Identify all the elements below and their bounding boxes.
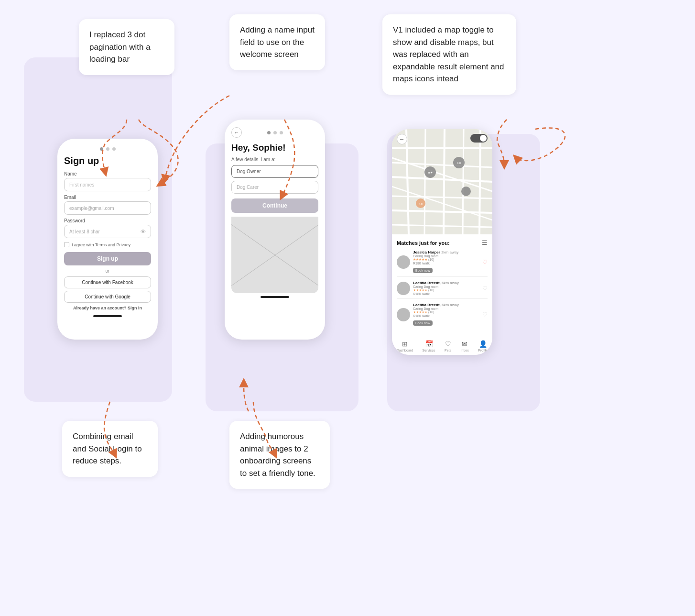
avatar-1: [397, 255, 410, 269]
match-info-2: Laetitia Breedt, 6km away Caring Dog roo…: [413, 281, 479, 296]
profile-icon: 👤: [479, 340, 487, 348]
map-toggle[interactable]: [470, 134, 488, 143]
dog-owner-option[interactable]: Dog Owner: [231, 165, 318, 178]
callout-1-text: I replaced 3 dot pagination with a loadi…: [89, 30, 151, 64]
matches-title: Matches just for you:: [397, 240, 450, 246]
dashboard-icon: ⊞: [402, 340, 408, 348]
nav-pets[interactable]: ♡ Pets: [445, 340, 451, 352]
dot2-2: [273, 131, 277, 134]
continue-button[interactable]: Continue: [231, 198, 318, 213]
home-bar: [93, 315, 122, 317]
match-stars-3: ★★★★★ (10): [413, 310, 479, 314]
dot-1: [100, 147, 103, 151]
pagination-dots: [64, 147, 151, 151]
dot2-1: [267, 131, 271, 134]
svg-line-8: [424, 129, 425, 234]
book-btn-1[interactable]: Book now: [413, 268, 433, 273]
password-input[interactable]: At least 8 char 👁: [64, 225, 151, 238]
svg-line-11: [479, 129, 480, 234]
callout-3: V1 included a map toggle to show and dis…: [382, 14, 516, 95]
svg-text:★★: ★★: [428, 171, 433, 174]
phone1-wrapper: Sign up Name First names Email example@g…: [57, 139, 158, 340]
signin-row: Already have an account? Sign in: [64, 306, 151, 310]
svg-text:4.8: 4.8: [457, 162, 461, 165]
heart-icon-2[interactable]: ♡: [482, 285, 488, 292]
phone2-top-bar: ←: [231, 127, 318, 138]
name-input[interactable]: First names: [64, 178, 151, 191]
phone2-dots: [267, 131, 283, 134]
match-sub-1: Caring Dog room: [413, 254, 479, 258]
callout-5-text: Adding humorous animal images to 2 onboa…: [240, 432, 315, 478]
signin-link[interactable]: Sign in: [128, 306, 142, 310]
terms-checkbox-row: I agree with Terms and Privacy: [64, 242, 151, 247]
terms-text: I agree with Terms and Privacy: [72, 242, 130, 247]
nav-label-pets: Pets: [445, 349, 451, 352]
avatar-3: [397, 308, 410, 321]
pets-icon: ♡: [445, 340, 451, 348]
match-stars-2: ★★★★★ (10): [413, 288, 479, 292]
greeting-title: Hey, Sophie!: [231, 143, 318, 153]
callout-3-text: V1 included a map toggle to show and dis…: [393, 25, 504, 83]
match-price-1: R180 /walk: [413, 262, 479, 265]
email-input[interactable]: example@gmail.com: [64, 201, 151, 215]
dog-carer-option[interactable]: Dog Carer: [231, 181, 318, 194]
heart-icon-3[interactable]: ♡: [482, 311, 488, 318]
match-name-1: Jessica Harper 2km away: [413, 250, 479, 254]
facebook-button[interactable]: Continue with Facebook: [64, 276, 151, 288]
match-sub-2: Caring Dog room: [413, 285, 479, 288]
phone1: Sign up Name First names Email example@g…: [57, 139, 158, 340]
eye-icon: 👁: [141, 229, 146, 234]
signin-text: Already have an account?: [73, 306, 127, 310]
inbox-icon: ✉: [462, 340, 467, 348]
match-price-3: R180 /walk: [413, 314, 479, 318]
google-button[interactable]: Continue with Google: [64, 291, 151, 303]
phone3-wrapper: ★★ 4.8 4.8 ← Matches just for you: ☰ Jes: [392, 129, 492, 355]
phone2: ← Hey, Sophie! A few details. I am a: Do…: [225, 120, 325, 340]
heart-icon-1[interactable]: ♡: [482, 259, 488, 265]
svg-line-9: [444, 129, 445, 234]
email-placeholder: example@gmail.com: [69, 206, 114, 211]
avatar-2: [397, 282, 410, 295]
password-placeholder: At least 8 char: [69, 229, 100, 234]
callout-1: I replaced 3 dot pagination with a loadi…: [79, 19, 174, 75]
back-button[interactable]: ←: [231, 127, 242, 138]
phone2-home-bar: [261, 296, 289, 298]
map-svg: ★★ 4.8 4.8: [392, 129, 492, 234]
name-placeholder: First names: [69, 182, 94, 187]
nav-inbox[interactable]: ✉ Inbox: [461, 340, 469, 352]
services-icon: 📅: [425, 340, 433, 348]
terms-checkbox[interactable]: [64, 242, 69, 247]
nav-services[interactable]: 📅 Services: [423, 340, 435, 352]
matches-header: Matches just for you: ☰: [397, 239, 488, 246]
dot2-3: [280, 131, 283, 134]
match-name-2: Laetitia Breedt, 6km away: [413, 281, 479, 285]
nav-dashboard[interactable]: ⊞ Dashboard: [397, 340, 413, 352]
svg-point-17: [461, 187, 471, 196]
callout-5: Adding humorous animal images to 2 onboa…: [229, 421, 330, 489]
callout-2-text: Adding a name input field to use on the …: [240, 25, 315, 59]
match-item-1: Jessica Harper 2km away Caring Dog room …: [397, 250, 488, 277]
nav-label-dashboard: Dashboard: [397, 349, 413, 352]
callout-4-text: Combining email and Social Login to redu…: [73, 432, 142, 465]
callout-4: Combining email and Social Login to redu…: [62, 421, 158, 477]
book-btn-3[interactable]: Book now: [413, 320, 433, 326]
callout-2: Adding a name input field to use on the …: [229, 14, 325, 70]
animal-image-placeholder: [231, 217, 318, 293]
email-label: Email: [64, 195, 151, 200]
svg-text:4.8: 4.8: [419, 202, 423, 205]
match-price-2: R180 /walk: [413, 292, 479, 296]
nav-label-services: Services: [423, 349, 435, 352]
page-layout: I replaced 3 dot pagination with a loadi…: [0, 0, 695, 616]
map-back-button[interactable]: ←: [397, 134, 407, 144]
match-sub-3: Caring Dog room: [413, 307, 479, 310]
map-area[interactable]: ★★ 4.8 4.8 ←: [392, 129, 492, 234]
match-item-2: Laetitia Breedt, 6km away Caring Dog roo…: [397, 281, 488, 299]
password-label: Password: [64, 218, 151, 223]
nav-label-profile: Profile: [478, 349, 488, 352]
matches-section: Matches just for you: ☰ Jessica Harper 2…: [392, 234, 492, 336]
nav-profile[interactable]: 👤 Profile: [478, 340, 488, 352]
signup-button[interactable]: Sign up: [64, 252, 151, 265]
match-item-3: Laetitia Breedt, 6km away Caring Dog roo…: [397, 303, 488, 329]
nav-label-inbox: Inbox: [461, 349, 469, 352]
filter-icon[interactable]: ☰: [482, 239, 488, 246]
